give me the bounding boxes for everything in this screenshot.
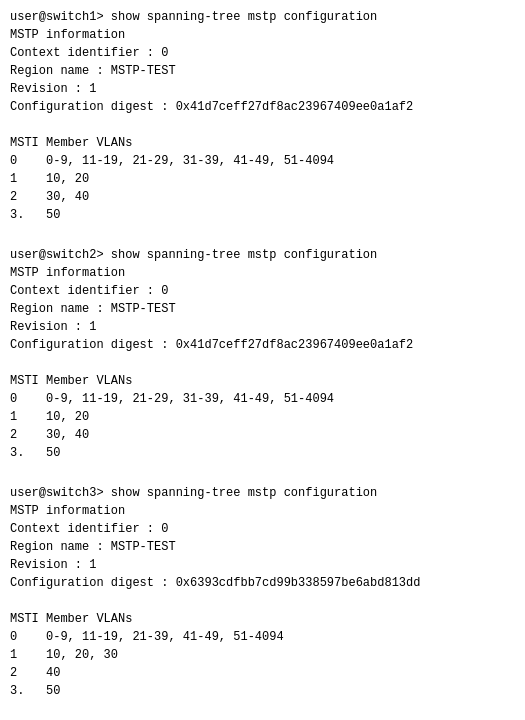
terminal-line: 1 10, 20 [10, 170, 515, 188]
terminal-line: 1 10, 20 [10, 408, 515, 426]
terminal-line: 2 30, 40 [10, 188, 515, 206]
terminal-line: Revision : 1 [10, 318, 515, 336]
switch-block-switch3: user@switch3> show spanning-tree mstp co… [10, 484, 515, 700]
terminal-line: MSTI Member VLANs [10, 372, 515, 390]
terminal-line: 2 40 [10, 664, 515, 682]
block-separator [10, 466, 515, 484]
terminal-line: 3. 50 [10, 444, 515, 462]
terminal-line: 0 0-9, 11-19, 21-29, 31-39, 41-49, 51-40… [10, 390, 515, 408]
terminal-line: MSTP information [10, 26, 515, 44]
terminal-line: 0 0-9, 11-19, 21-29, 31-39, 41-49, 51-40… [10, 152, 515, 170]
terminal-line: user@switch1> show spanning-tree mstp co… [10, 8, 515, 26]
terminal-line: user@switch2> show spanning-tree mstp co… [10, 246, 515, 264]
terminal-line: 2 30, 40 [10, 426, 515, 444]
terminal-line: Configuration digest : 0x6393cdfbb7cd99b… [10, 574, 515, 592]
block-separator [10, 228, 515, 246]
terminal-line: 3. 50 [10, 206, 515, 224]
terminal-line: Region name : MSTP-TEST [10, 538, 515, 556]
terminal-output: user@switch1> show spanning-tree mstp co… [10, 8, 515, 700]
terminal-line: MSTI Member VLANs [10, 134, 515, 152]
switch-block-switch2: user@switch2> show spanning-tree mstp co… [10, 246, 515, 462]
terminal-line: 1 10, 20, 30 [10, 646, 515, 664]
terminal-line: Region name : MSTP-TEST [10, 300, 515, 318]
terminal-line: user@switch3> show spanning-tree mstp co… [10, 484, 515, 502]
blank-line [10, 592, 515, 610]
blank-line [10, 116, 515, 134]
terminal-line: Configuration digest : 0x41d7ceff27df8ac… [10, 336, 515, 354]
blank-line [10, 354, 515, 372]
terminal-line: MSTI Member VLANs [10, 610, 515, 628]
terminal-line: MSTP information [10, 264, 515, 282]
terminal-line: Context identifier : 0 [10, 282, 515, 300]
terminal-line: Region name : MSTP-TEST [10, 62, 515, 80]
terminal-line: Revision : 1 [10, 556, 515, 574]
terminal-line: MSTP information [10, 502, 515, 520]
terminal-line: Context identifier : 0 [10, 44, 515, 62]
terminal-line: 0 0-9, 11-19, 21-39, 41-49, 51-4094 [10, 628, 515, 646]
terminal-line: Revision : 1 [10, 80, 515, 98]
terminal-line: Context identifier : 0 [10, 520, 515, 538]
terminal-line: 3. 50 [10, 682, 515, 700]
terminal-line: Configuration digest : 0x41d7ceff27df8ac… [10, 98, 515, 116]
switch-block-switch1: user@switch1> show spanning-tree mstp co… [10, 8, 515, 224]
